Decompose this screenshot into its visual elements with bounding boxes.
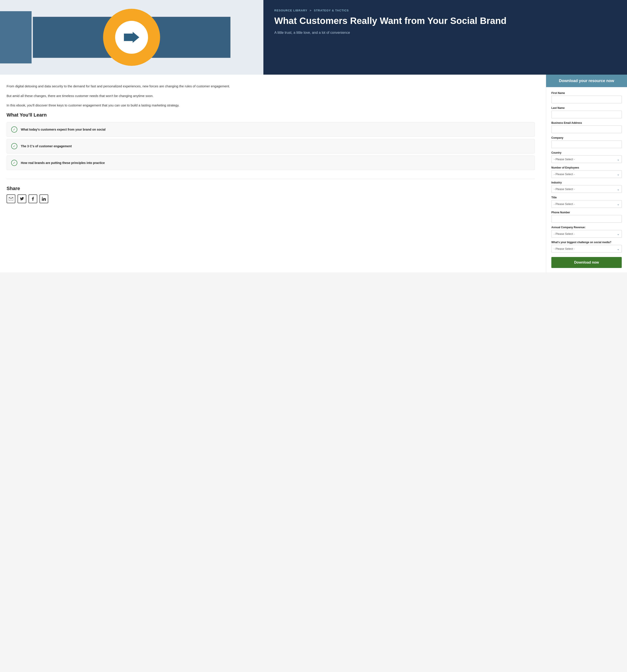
challenge-group: What's your biggest challenge on social … [551, 241, 622, 253]
breadcrumb: RESOURCE LIBRARY > STRATEGY & TACTICS [274, 9, 618, 12]
company-label: Company [551, 136, 622, 139]
phone-group: Phone Number [551, 211, 622, 223]
challenge-select-wrapper: - Please Select - ⌄ [551, 245, 622, 253]
download-button[interactable]: Download now [551, 257, 622, 268]
country-select-wrapper: - Please Select - ⌄ [551, 155, 622, 163]
below-hero-wrapper: From digital detoxing and data security … [0, 75, 627, 272]
employees-select[interactable]: - Please Select - [551, 170, 622, 178]
company-group: Company [551, 136, 622, 148]
phone-input[interactable] [551, 215, 622, 223]
title-label: Title [551, 196, 622, 199]
industry-select-wrapper: - Please Select - ⌄ [551, 185, 622, 193]
industry-label: Industry [551, 181, 622, 184]
form-header: Download your resource now [546, 75, 627, 87]
share-icons-row [6, 194, 535, 203]
revenue-select-wrapper: - Please Select - ⌄ [551, 230, 622, 238]
share-linkedin-button[interactable] [40, 194, 48, 203]
linkedin-icon [42, 197, 46, 201]
email-input[interactable] [551, 125, 622, 133]
twitter-icon [20, 197, 24, 200]
revenue-select[interactable]: - Please Select - [551, 230, 622, 238]
phone-label: Phone Number [551, 211, 622, 214]
hero-subtitle: A little trust, a little love, and a lot… [274, 30, 618, 35]
check-icon-2: ✓ [11, 143, 17, 149]
hero-image-area [0, 0, 264, 75]
page-title: What Customers Really Want from Your Soc… [274, 16, 618, 26]
share-section: Share [6, 179, 535, 203]
main-content: From digital detoxing and data security … [0, 75, 546, 272]
learn-item: ✓ The 3 C's of customer engagement [6, 139, 535, 153]
check-icon-3: ✓ [11, 160, 17, 166]
email-icon [9, 197, 13, 200]
email-label: Business Email Address [551, 121, 622, 124]
employees-group: Number of Employees - Please Select - ⌄ [551, 166, 622, 178]
content-p2: But amid all these changes, there are ti… [6, 93, 535, 99]
learn-section-title: What You'll Learn [6, 112, 535, 118]
share-twitter-button[interactable] [18, 194, 26, 203]
email-group: Business Email Address [551, 121, 622, 133]
last-name-group: Last Name [551, 106, 622, 118]
learn-item-text-2: The 3 C's of customer engagement [21, 144, 72, 148]
last-name-input[interactable] [551, 111, 622, 118]
revenue-label: Annual Company Revenue: [551, 226, 622, 229]
left-accent-rect [0, 11, 31, 64]
challenge-label: What's your biggest challenge on social … [551, 241, 622, 244]
arrow-icon [124, 32, 139, 43]
title-select-wrapper: - Please Select - ⌄ [551, 200, 622, 208]
country-select[interactable]: - Please Select - [551, 155, 622, 163]
white-circle [115, 21, 148, 54]
share-email-button[interactable] [6, 194, 15, 203]
share-facebook-button[interactable] [28, 194, 37, 203]
orange-circle [103, 9, 160, 66]
content-p1: From digital detoxing and data security … [6, 83, 535, 89]
facebook-icon [32, 197, 34, 201]
first-name-input[interactable] [551, 96, 622, 103]
check-icon-1: ✓ [11, 126, 17, 133]
challenge-select[interactable]: - Please Select - [551, 245, 622, 253]
company-input[interactable] [551, 141, 622, 148]
hero-section: RESOURCE LIBRARY > STRATEGY & TACTICS Wh… [0, 0, 627, 75]
revenue-group: Annual Company Revenue: - Please Select … [551, 226, 622, 238]
employees-select-wrapper: - Please Select - ⌄ [551, 170, 622, 178]
hero-graphic [0, 0, 264, 75]
learn-item-text-1: What today's customers expect from your … [21, 128, 105, 131]
form-sidebar: Download your resource now First Name La… [546, 75, 627, 272]
last-name-label: Last Name [551, 106, 622, 110]
hero-content: RESOURCE LIBRARY > STRATEGY & TACTICS Wh… [264, 0, 627, 75]
svg-marker-0 [124, 32, 139, 43]
learn-item: ✓ What today's customers expect from you… [6, 122, 535, 137]
country-group: Country - Please Select - ⌄ [551, 151, 622, 163]
share-title: Share [6, 186, 535, 191]
content-p3: In this ebook, you'll discover three key… [6, 102, 535, 108]
learn-items-list: ✓ What today's customers expect from you… [6, 122, 535, 170]
first-name-group: First Name [551, 92, 622, 103]
title-group: Title - Please Select - ⌄ [551, 196, 622, 208]
first-name-label: First Name [551, 92, 622, 95]
title-select[interactable]: - Please Select - [551, 200, 622, 208]
learn-item-text-3: How real brands are putting these princi… [21, 161, 105, 165]
employees-label: Number of Employees [551, 166, 622, 169]
country-label: Country [551, 151, 622, 154]
form-body: First Name Last Name Business Email Addr… [546, 87, 627, 272]
learn-item: ✓ How real brands are putting these prin… [6, 155, 535, 170]
industry-group: Industry - Please Select - ⌄ [551, 181, 622, 193]
industry-select[interactable]: - Please Select - [551, 185, 622, 193]
